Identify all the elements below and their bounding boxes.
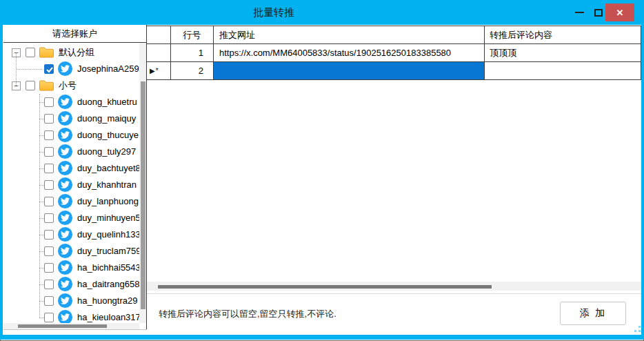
row-indicator-cell[interactable]: ▶* bbox=[147, 62, 171, 80]
tree-account-item[interactable]: duy_truclam759 bbox=[3, 243, 139, 260]
account-checkbox[interactable] bbox=[44, 280, 54, 289]
account-panel-title: 请选择账户 bbox=[3, 25, 146, 43]
maximize-icon bbox=[594, 9, 603, 17]
account-checkbox[interactable] bbox=[44, 213, 54, 223]
tree-vertical-scrollbar-thumb[interactable] bbox=[141, 81, 145, 309]
column-header[interactable]: 行号 bbox=[171, 26, 214, 44]
account-name: duy_bachtuyet8 bbox=[77, 160, 139, 177]
account-checkbox[interactable] bbox=[44, 64, 54, 74]
tree-horizontal-scrollbar-thumb[interactable] bbox=[18, 324, 107, 328]
twitter-icon bbox=[58, 144, 72, 159]
tree-account-item[interactable]: duong_tuly297 bbox=[3, 144, 139, 160]
tree-connector-line bbox=[39, 284, 44, 285]
tree-account-item[interactable]: duy_minhuyen5 bbox=[3, 210, 139, 226]
panel-bottom-border bbox=[3, 329, 147, 330]
tree-account-item[interactable]: duy_bachtuyet8 bbox=[3, 160, 139, 177]
account-name: ha_bichhai5543 bbox=[77, 260, 139, 276]
twitter-icon bbox=[58, 177, 72, 192]
row-indicator-cell[interactable] bbox=[147, 44, 171, 62]
group-label: 小号 bbox=[59, 77, 77, 94]
group-checkbox[interactable] bbox=[26, 81, 35, 90]
account-checkbox[interactable] bbox=[44, 180, 54, 190]
twitter-icon bbox=[58, 211, 72, 225]
comment-cell[interactable]: 顶顶顶 bbox=[485, 44, 641, 62]
tree-connector-line bbox=[39, 218, 44, 219]
window-title: 批量转推 bbox=[0, 0, 547, 25]
tree-account-item[interactable]: ha_bichhai5543 bbox=[3, 260, 139, 276]
account-name: duy_truclam759 bbox=[77, 243, 139, 260]
twitter-icon bbox=[58, 277, 72, 291]
line-number-cell[interactable]: 1 bbox=[171, 44, 214, 62]
tree-account-item[interactable]: ha_daitrang658 bbox=[3, 276, 139, 293]
twitter-icon bbox=[58, 95, 72, 109]
table-row-1: 1https://x.com/MM64005833/status/1902516… bbox=[147, 44, 641, 62]
titlebar: 批量转推 ✕ bbox=[0, 0, 644, 25]
group-label: 默认分组 bbox=[59, 44, 94, 61]
account-name: duong_khuetru bbox=[77, 94, 137, 110]
tree-connector-line bbox=[39, 168, 44, 169]
folder-icon bbox=[39, 80, 54, 91]
account-checkbox[interactable] bbox=[44, 313, 54, 322]
account-name: duong_tuly297 bbox=[77, 144, 136, 160]
window-border-left bbox=[0, 25, 3, 336]
group-checkbox[interactable] bbox=[26, 48, 35, 57]
close-button[interactable]: ✕ bbox=[605, 3, 634, 21]
add-button[interactable]: 添 加 bbox=[560, 302, 626, 325]
account-checkbox[interactable] bbox=[44, 246, 54, 256]
account-checkbox[interactable] bbox=[44, 130, 54, 140]
footer-divider bbox=[147, 293, 641, 294]
tweet-url-cell[interactable]: https://x.com/MM64005833/status/19025162… bbox=[214, 44, 485, 62]
tree-connector-line bbox=[39, 102, 44, 103]
tree-connector-line bbox=[39, 119, 44, 119]
tree-account-item[interactable]: duong_maiquy bbox=[3, 110, 139, 127]
tree-account-item[interactable]: duy_quelinh133 bbox=[3, 226, 139, 243]
column-header[interactable]: 转推后评论内容 bbox=[485, 26, 641, 44]
tree-account-item[interactable]: ha_kieuloan317 bbox=[3, 309, 139, 323]
tree-connector-line bbox=[39, 235, 44, 235]
tweet-url-cell[interactable] bbox=[214, 62, 485, 80]
column-header[interactable] bbox=[147, 26, 171, 44]
account-checkbox[interactable] bbox=[44, 147, 54, 157]
batch-retweet-window: 批量转推 ✕ 请选择账户 −默认分组JosephinaA259−小号duong_… bbox=[0, 0, 644, 341]
account-checkbox[interactable] bbox=[44, 114, 54, 124]
resize-grip-icon[interactable] bbox=[630, 324, 643, 334]
tree-account-item[interactable]: ha_huongtra29 bbox=[3, 293, 139, 309]
account-name: duong_maiquy bbox=[77, 110, 136, 127]
tree-account-item[interactable]: duong_khuetru bbox=[3, 94, 139, 110]
table-row-2: ▶*2 bbox=[147, 62, 641, 80]
minimize-icon bbox=[575, 12, 584, 13]
table-horizontal-scrollbar-thumb[interactable] bbox=[158, 285, 492, 289]
tree-account-item[interactable]: duy_khanhtran bbox=[3, 177, 139, 193]
line-number-cell[interactable]: 2 bbox=[171, 62, 214, 80]
twitter-icon bbox=[58, 161, 72, 175]
window-border-right bbox=[641, 25, 644, 336]
account-name: duy_khanhtran bbox=[77, 177, 137, 193]
account-name: duy_quelinh133 bbox=[77, 226, 139, 243]
account-checkbox[interactable] bbox=[44, 296, 54, 306]
account-checkbox[interactable] bbox=[44, 97, 54, 107]
window-border-bottom bbox=[0, 335, 644, 340]
twitter-icon bbox=[58, 260, 72, 275]
tree-connector-line bbox=[39, 135, 44, 136]
tree-connector-line bbox=[39, 318, 44, 318]
twitter-icon bbox=[58, 310, 72, 323]
tree-connector-line bbox=[39, 268, 44, 269]
tree-account-item[interactable]: duy_lanphuong bbox=[3, 193, 139, 210]
account-checkbox[interactable] bbox=[44, 197, 54, 206]
twitter-icon bbox=[58, 128, 72, 142]
account-tree: −默认分组JosephinaA259−小号duong_khuetruduong_… bbox=[3, 43, 139, 323]
account-checkbox[interactable] bbox=[44, 230, 54, 240]
tree-connector-line bbox=[39, 152, 44, 153]
hint-text: 转推后评论内容可以留空,留空只转推,不评论. bbox=[159, 309, 336, 320]
comment-cell[interactable] bbox=[485, 62, 641, 80]
twitter-icon bbox=[58, 244, 72, 258]
tree-group-1[interactable]: −小号 bbox=[3, 77, 139, 94]
account-name: ha_kieuloan317 bbox=[77, 309, 139, 323]
tree-account-item[interactable]: duong_thucuye bbox=[3, 127, 139, 144]
tree-group-0[interactable]: −默认分组 bbox=[3, 44, 139, 61]
account-checkbox[interactable] bbox=[44, 263, 54, 273]
tree-connector-line bbox=[39, 251, 44, 252]
account-name: ha_huongtra29 bbox=[77, 293, 137, 309]
account-checkbox[interactable] bbox=[44, 164, 54, 173]
column-header[interactable]: 推文网址 bbox=[214, 26, 485, 44]
